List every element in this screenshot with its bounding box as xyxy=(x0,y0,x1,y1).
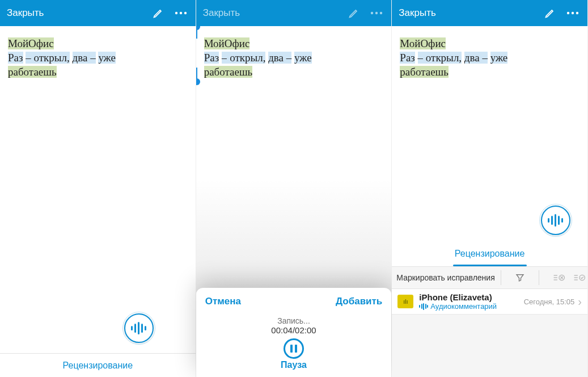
cancel-button[interactable]: Отмена xyxy=(205,296,241,307)
review-panel: Рецензирование Маркировать исправления xyxy=(392,241,587,377)
filter-icon[interactable] xyxy=(515,273,525,283)
edit-icon[interactable] xyxy=(150,5,166,21)
panel-tab-header: Рецензирование xyxy=(392,241,587,266)
panel-tab-review[interactable]: Рецензирование xyxy=(455,249,525,259)
accept-change-icon[interactable] xyxy=(573,273,586,283)
audio-wave-icon xyxy=(131,322,146,334)
close-button[interactable]: Закрыть xyxy=(7,7,44,19)
pause-button[interactable] xyxy=(284,338,304,359)
selection-caret-start xyxy=(196,26,197,39)
more-icon[interactable] xyxy=(369,5,384,21)
svg-point-2 xyxy=(184,12,186,14)
doc-body-line: Раз – открыл, два – уже работаешь xyxy=(204,51,384,79)
pause-icon xyxy=(290,345,297,353)
svg-point-6 xyxy=(567,12,569,14)
panel-spacer xyxy=(392,315,587,377)
screen-3: Закрыть МойОфис Раз – открыл, два – уже … xyxy=(392,0,588,377)
edit-icon[interactable] xyxy=(542,5,558,21)
comment-date: Сегодня, 15:05 xyxy=(524,298,575,306)
comment-author: iPhone (Elizaveta) xyxy=(419,292,523,302)
mini-wave-icon xyxy=(419,303,428,310)
comment-row[interactable]: ıIı iPhone (Elizaveta) Аудиокомментарий … xyxy=(392,289,587,315)
header: Закрыть xyxy=(392,0,587,26)
audio-wave-icon xyxy=(548,214,563,227)
svg-point-1 xyxy=(179,12,181,14)
screen-2: Закрыть МойОфис Раз – открыл, два – уже … xyxy=(196,0,392,377)
svg-point-5 xyxy=(380,12,382,14)
close-button[interactable]: Закрыть xyxy=(399,7,435,19)
audio-comment-fab[interactable] xyxy=(541,206,570,235)
audio-comment-fab[interactable] xyxy=(124,313,154,343)
screen-1: Закрыть МойОфис Раз – открыл, два – уже … xyxy=(0,0,196,377)
recording-time: 00:04/02:00 xyxy=(205,325,383,335)
svg-point-7 xyxy=(572,12,574,14)
selection-handle-end[interactable] xyxy=(196,78,200,85)
bottom-tab-bar: Рецензирование xyxy=(0,353,196,377)
review-toolbar: Маркировать исправления xyxy=(392,266,587,289)
edit-icon[interactable] xyxy=(346,5,362,21)
svg-point-8 xyxy=(576,12,578,14)
doc-body-line: Раз – открыл, два – уже работаешь xyxy=(8,51,188,79)
header: Закрыть xyxy=(0,0,196,26)
doc-title-text: МойОфис xyxy=(204,37,250,49)
close-button[interactable]: Закрыть xyxy=(203,7,240,19)
svg-point-0 xyxy=(175,12,177,14)
tab-underline xyxy=(453,265,527,266)
review-tab[interactable]: Рецензирование xyxy=(63,361,133,371)
doc-title-text: МойОфис xyxy=(8,37,54,49)
svg-point-4 xyxy=(375,12,378,14)
header: Закрыть xyxy=(196,0,392,26)
more-icon[interactable] xyxy=(173,5,189,21)
comment-type: Аудиокомментарий xyxy=(419,302,523,311)
doc-body-line: Раз – открыл, два – уже работаешь xyxy=(400,51,579,79)
reject-change-icon[interactable] xyxy=(553,273,565,283)
recording-status: Запись... xyxy=(205,316,383,325)
document-area[interactable]: МойОфис Раз – открыл, два – уже работаеш… xyxy=(0,26,196,377)
pause-label: Пауза xyxy=(205,360,383,370)
comment-bubble-icon: ıIı xyxy=(397,295,413,308)
recording-sheet: Отмена Добавить Запись... 00:04/02:00 Па… xyxy=(196,288,392,377)
add-button[interactable]: Добавить xyxy=(336,296,382,307)
more-icon[interactable] xyxy=(565,5,581,21)
mark-corrections-label[interactable]: Маркировать исправления xyxy=(396,273,494,282)
doc-title-text: МойОфис xyxy=(400,37,446,49)
svg-point-3 xyxy=(371,12,373,14)
chevron-right-icon: › xyxy=(578,295,582,308)
